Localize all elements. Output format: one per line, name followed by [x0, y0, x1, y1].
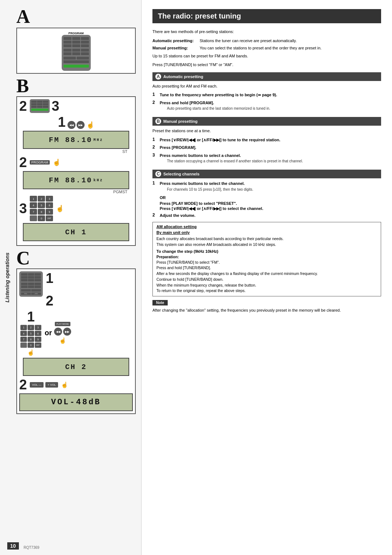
prep5: When the minimum frequency changes, rele…	[156, 283, 377, 288]
b-prog-btn	[31, 109, 48, 111]
auto-presetting-row: Automatic presetting: Stations the tuner…	[152, 38, 381, 44]
rsb5	[37, 103, 42, 105]
or-label: or	[45, 329, 52, 337]
step2-content: 3	[30, 99, 59, 113]
b-step1-num: 1	[152, 137, 158, 142]
cnk7: 7	[20, 337, 27, 342]
b-intro: Preset the stations one at a time.	[152, 128, 381, 134]
rbm2	[72, 49, 80, 52]
side-label: Listening operations	[4, 252, 10, 303]
nk3: 3	[46, 196, 53, 202]
rcb2	[31, 289, 41, 292]
a-step1-text: Tune to the frequency where presetting i…	[160, 92, 381, 98]
a-step1: 1 Tune to the frequency where presetting…	[152, 92, 381, 98]
prep1: Press [TUNER/BAND] to select "FM".	[156, 260, 377, 266]
cnk6: 6	[35, 331, 41, 336]
a-title: Automatic presetting	[163, 74, 203, 79]
c-step1: 1 Press numeric buttons to select the ch…	[152, 181, 381, 194]
rbm5	[72, 52, 80, 55]
cnk9: 9	[35, 337, 41, 342]
nk9: 9	[46, 209, 53, 215]
cnk2: 2	[28, 325, 34, 330]
step3-numpad-row: 3 1 2 3 4 5 6 7 8 9 0 ENT ☝	[19, 196, 133, 221]
c-step1-sub: For channels 10 to 15 press [≥10], then …	[167, 187, 253, 192]
c-num2b: 2	[19, 378, 27, 392]
rbm4	[64, 52, 72, 55]
vol-buttons: VOL — + VOL	[30, 382, 58, 388]
cnk5: 5	[28, 331, 34, 336]
nk0: 0	[38, 215, 45, 221]
b-step2-num: 2	[152, 145, 158, 150]
program-btn-highlight	[64, 65, 89, 68]
vol-plus-btn[interactable]: + VOL	[45, 382, 58, 388]
am-para1: Each country allocates broadcast bands a…	[156, 236, 377, 242]
prev-c[interactable]: ◀◀	[54, 328, 62, 336]
or-row: 1 1 2 3 4 5 6 7 8 9 0 ENT	[19, 310, 133, 356]
finger1: ☝	[86, 121, 94, 129]
rc-bot	[21, 289, 41, 292]
rcm1	[21, 283, 28, 285]
rbm1	[64, 49, 72, 52]
b-step3: 3 Press numeric buttons to select a chan…	[152, 153, 381, 166]
auto-def: Stations the tuner can receive are prese…	[200, 38, 381, 44]
nav-text: Press [∨/REW/|◀◀] or [∧/FF/▶▶|] to selec…	[160, 206, 381, 211]
a-step1-arrow: ➡	[258, 93, 261, 97]
c-step2-strong: Adjust the volume.	[160, 213, 195, 218]
rc5	[28, 276, 34, 279]
num2b2: 2	[19, 155, 27, 169]
note2: Press [TUNER/BAND] to select "FM" or "AM…	[152, 62, 381, 68]
rc9	[34, 279, 41, 281]
rbm3	[81, 49, 89, 52]
num2-b: 2	[19, 99, 27, 113]
num1-b: 1	[58, 115, 65, 129]
rc-vol: VOL- +VOL	[21, 292, 41, 295]
am-allocation-box: AM allocation setting By main unit only …	[152, 222, 381, 296]
play-mode-text: Press [PLAY MODE] to select "PRESET".	[160, 201, 381, 206]
rbb1	[64, 57, 76, 60]
display2-unit: kHz	[94, 178, 103, 182]
rb7	[64, 44, 72, 47]
c-step1-content: Press numeric buttons to select the chan…	[160, 181, 253, 194]
nk-space	[30, 215, 37, 221]
play-mode-btn: PLAY MODE	[55, 322, 70, 326]
nk-enter: ENT	[46, 215, 53, 221]
remote-c: VOL- +VOL	[19, 271, 43, 297]
rbm6	[81, 52, 89, 55]
a-step2-strong: Press and hold [PROGRAM].	[160, 101, 214, 105]
next-c[interactable]: ▶▶	[63, 328, 71, 336]
c-num1b: 1	[27, 310, 34, 324]
section-a-diagram: PROGRAM	[16, 28, 136, 74]
b-step2-strong: Press [PROGRAM].	[160, 145, 196, 150]
prev-btn[interactable]: ◀◀	[68, 121, 75, 129]
a-step2-num: 2	[152, 100, 158, 105]
vol-display: VOL-48dB	[19, 393, 133, 411]
page-title: The radio: preset tuning	[152, 9, 381, 23]
note1: Up to 15 stations can be preset for FM a…	[152, 53, 381, 59]
rsb6	[43, 103, 48, 105]
remote-bot-grid	[64, 57, 89, 63]
rc7	[21, 279, 28, 281]
num1-numpad: 1 1 2 3 4 5 6 7 8 9 0 ENT	[19, 310, 42, 356]
next-btn[interactable]: ▶▶	[77, 121, 85, 129]
c-or: OR	[160, 195, 381, 200]
cnk4: 4	[20, 331, 27, 336]
rb8	[72, 44, 80, 47]
b-step3-num: 3	[152, 153, 158, 158]
finger-vol: ☝	[61, 381, 68, 388]
rsb1	[31, 101, 37, 103]
by-main-unit: By main unit only	[156, 230, 377, 235]
rcm4	[21, 285, 28, 288]
rb2	[72, 37, 80, 40]
b-step3-content: Press numeric buttons to select a channe…	[160, 153, 303, 166]
model-number: RQT7369	[24, 546, 39, 550]
c-step2: 2 Adjust the volume.	[152, 212, 381, 219]
prep6: To return to the original step, repeat t…	[156, 288, 377, 294]
remote-b-small	[30, 99, 50, 113]
rcm2	[28, 283, 34, 285]
section-c-letter: C	[16, 249, 30, 268]
rcb1	[21, 289, 31, 292]
b-step3-sub: The station occupying a channel is erase…	[167, 158, 303, 164]
vol-minus-btn[interactable]: VOL —	[30, 382, 44, 388]
prog-label-box: PROGRAM	[30, 160, 50, 165]
rsb7	[31, 106, 37, 108]
